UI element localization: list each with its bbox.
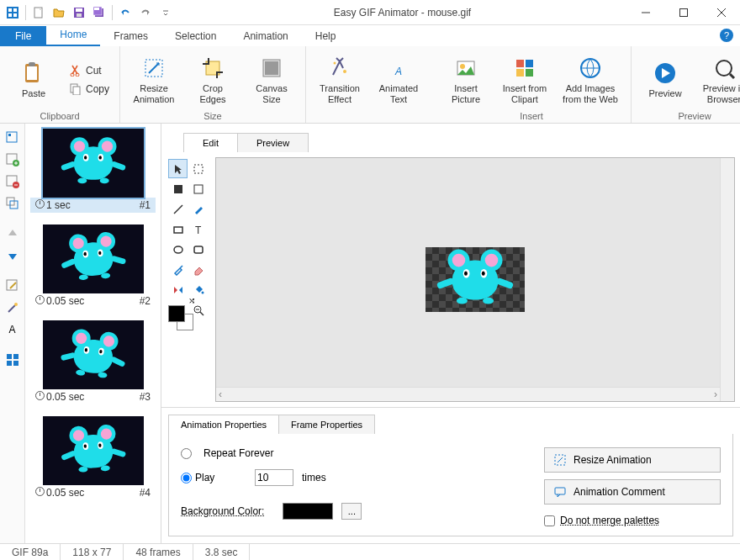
tab-home[interactable]: Home bbox=[46, 24, 100, 46]
svg-rect-51 bbox=[7, 354, 12, 359]
undo-icon[interactable] bbox=[116, 3, 135, 22]
edit-frame-icon[interactable] bbox=[3, 277, 22, 295]
close-button[interactable] bbox=[702, 0, 740, 25]
add-frames-icon[interactable] bbox=[3, 129, 22, 147]
merge-palettes-checkbox[interactable]: Do not merge palettes bbox=[544, 515, 721, 526]
svg-rect-3 bbox=[8, 13, 12, 17]
eraser-icon[interactable] bbox=[188, 260, 208, 279]
resize-animation-prop-button[interactable]: Resize Animation bbox=[544, 447, 721, 473]
svg-rect-69 bbox=[555, 488, 565, 494]
animation-comment-button[interactable]: Animation Comment bbox=[544, 479, 721, 505]
ellipse-tool-icon[interactable] bbox=[168, 240, 188, 259]
save-all-icon[interactable] bbox=[90, 3, 108, 22]
frame-item[interactable]: 0.05 sec#2 bbox=[30, 225, 156, 309]
rect-fill-icon[interactable] bbox=[168, 179, 188, 198]
tab-file[interactable]: File bbox=[0, 26, 46, 46]
add-images-web-button[interactable]: Add Images from the Web bbox=[557, 55, 624, 103]
qat-dropdown-icon[interactable] bbox=[156, 3, 175, 22]
open-icon[interactable] bbox=[50, 3, 68, 22]
crop-edges-button[interactable]: Crop Edges bbox=[186, 55, 240, 103]
play-times-input[interactable] bbox=[255, 469, 293, 486]
brush-tool-icon[interactable] bbox=[188, 199, 208, 219]
move-down-icon[interactable] bbox=[3, 246, 22, 265]
maximize-button[interactable] bbox=[664, 0, 702, 25]
frame-item[interactable]: 0.05 sec#4 bbox=[30, 416, 156, 500]
clock-icon bbox=[35, 199, 45, 209]
preview-button[interactable]: Preview bbox=[638, 60, 692, 98]
redo-icon[interactable] bbox=[136, 3, 155, 22]
tab-frames[interactable]: Frames bbox=[100, 26, 161, 46]
tab-animation[interactable]: Animation bbox=[230, 26, 301, 46]
add-frame-icon[interactable] bbox=[3, 151, 22, 169]
copy-button[interactable]: Copy bbox=[66, 81, 113, 98]
svg-rect-56 bbox=[174, 185, 182, 193]
preview-browser-button[interactable]: Preview in Browser bbox=[697, 55, 740, 103]
app-icon[interactable] bbox=[3, 3, 22, 22]
properties-panel: Animation Properties Frame Properties Re… bbox=[161, 407, 740, 543]
animated-text-button[interactable]: A Animated Text bbox=[372, 55, 426, 103]
move-up-icon[interactable] bbox=[3, 225, 22, 243]
frame-thumbnail bbox=[43, 320, 144, 389]
tab-preview[interactable]: Preview bbox=[237, 133, 309, 152]
wand-icon[interactable] bbox=[3, 298, 22, 317]
paste-button[interactable]: Paste bbox=[7, 60, 61, 98]
svg-line-58 bbox=[174, 205, 182, 214]
tab-animation-properties[interactable]: Animation Properties bbox=[168, 415, 279, 434]
repeat-forever-radio[interactable]: Repeat Forever bbox=[181, 447, 544, 459]
rect-stroke-icon[interactable] bbox=[188, 179, 208, 198]
help-icon[interactable]: ? bbox=[720, 29, 733, 42]
canvas-content[interactable] bbox=[426, 247, 525, 312]
statusbar: GIF 89a 118 x 77 48 frames 3.8 sec bbox=[0, 543, 740, 560]
status-duration: 3.8 sec bbox=[193, 544, 251, 560]
tab-frame-properties[interactable]: Frame Properties bbox=[278, 415, 375, 434]
rect-tool-icon[interactable] bbox=[168, 219, 188, 239]
color-swatch[interactable]: ⤭ bbox=[168, 326, 210, 330]
line-tool-icon[interactable] bbox=[168, 199, 188, 219]
marquee-tool-icon[interactable] bbox=[188, 159, 208, 178]
bgcolor-swatch[interactable] bbox=[283, 503, 333, 520]
scrollbar-vertical[interactable] bbox=[720, 158, 734, 401]
minimize-button[interactable] bbox=[626, 0, 664, 25]
ribbon-group-insert: Insert Picture Insert from Clipart Add I… bbox=[432, 46, 632, 123]
duplicate-frame-icon[interactable] bbox=[3, 194, 22, 213]
canvas-viewport[interactable]: ‹› bbox=[215, 157, 735, 402]
clock-icon bbox=[35, 487, 45, 496]
svg-text:T: T bbox=[195, 225, 202, 235]
frame-thumbnail bbox=[43, 416, 144, 485]
delete-frame-icon[interactable] bbox=[3, 172, 22, 191]
rounded-rect-icon[interactable] bbox=[188, 240, 208, 259]
tab-edit[interactable]: Edit bbox=[183, 133, 238, 152]
text-tool-icon[interactable]: A bbox=[3, 320, 22, 339]
svg-rect-33 bbox=[526, 60, 533, 67]
svg-rect-8 bbox=[77, 13, 82, 17]
pointer-tool-icon[interactable] bbox=[168, 159, 188, 178]
resize-animation-button[interactable]: Resize Animation bbox=[127, 55, 181, 103]
bgcolor-browse-button[interactable]: ... bbox=[341, 503, 362, 520]
scrollbar-horizontal[interactable]: ‹› bbox=[216, 387, 720, 401]
play-radio[interactable]: Play bbox=[181, 472, 246, 483]
clock-icon bbox=[35, 295, 45, 304]
svg-line-39 bbox=[730, 74, 734, 78]
frame-item[interactable]: 1 sec#1 bbox=[30, 129, 156, 213]
swap-colors-icon[interactable]: ⤭ bbox=[188, 296, 210, 305]
status-dimensions: 118 x 77 bbox=[61, 544, 124, 560]
text-palette-icon[interactable]: T bbox=[188, 219, 208, 239]
cut-button[interactable]: Cut bbox=[66, 62, 113, 79]
left-toolbar: A bbox=[0, 124, 25, 543]
tab-selection[interactable]: Selection bbox=[161, 26, 230, 46]
eyedropper-icon[interactable] bbox=[168, 260, 188, 279]
svg-point-28 bbox=[334, 62, 336, 65]
transition-effect-button[interactable]: Transition Effect bbox=[313, 55, 367, 103]
insert-clipart-button[interactable]: Insert from Clipart bbox=[498, 55, 552, 103]
insert-picture-button[interactable]: Insert Picture bbox=[439, 55, 493, 103]
canvas-size-button[interactable]: Canvas Size bbox=[245, 55, 299, 103]
new-icon[interactable] bbox=[29, 3, 48, 22]
foreground-color[interactable] bbox=[168, 305, 185, 322]
save-icon[interactable] bbox=[70, 3, 88, 22]
frame-item[interactable]: 0.05 sec#3 bbox=[30, 320, 156, 404]
ribbon-tabs: File Home Frames Selection Animation Hel… bbox=[0, 25, 740, 46]
tab-help[interactable]: Help bbox=[302, 26, 350, 46]
svg-point-27 bbox=[343, 70, 346, 73]
grid-icon[interactable] bbox=[3, 351, 22, 369]
flip-h-icon[interactable] bbox=[168, 280, 188, 299]
